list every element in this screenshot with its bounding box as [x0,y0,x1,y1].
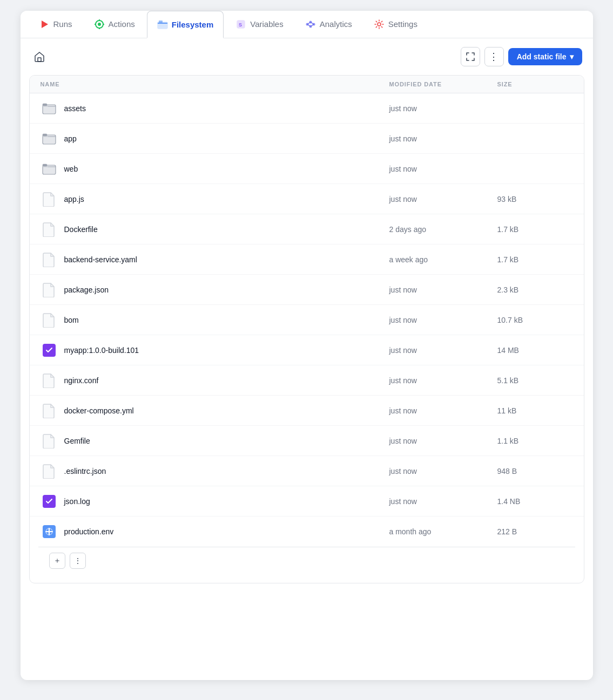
tab-filesystem-label: Filesystem [172,20,214,29]
table-header: NAME MODIFIED DATE SIZE [30,76,584,93]
home-icon [33,51,45,63]
modified-date: just now [389,376,497,385]
file-name-cell: nginx.conf [41,372,389,389]
top-nav: Runs Actions [21,11,593,38]
svg-rect-20 [38,58,41,62]
file-name-cell: docker-compose.yml [41,402,389,419]
table-row[interactable]: production.env a month ago 212 B [30,516,584,547]
file-name-cell: myapp:1.0.0-build.101 [41,342,389,359]
table-row[interactable]: app.js just now 93 kB [30,184,584,214]
tab-settings[interactable]: Settings [364,11,427,38]
bottom-more-icon: ⋮ [74,556,82,565]
file-name: myapp:1.0.0-build.101 [64,346,139,355]
actions-icon [94,19,105,30]
table-row[interactable]: backend-service.yaml a week ago 1.7 kB [30,244,584,275]
toolbar-right: ⋮ Add static file ▾ [461,47,582,66]
more-options-icon: ⋮ [489,52,499,62]
table-row[interactable]: web just now [30,154,584,184]
toolbar: ⋮ Add static file ▾ [21,38,593,75]
file-name: Gemfile [64,437,90,445]
tab-actions[interactable]: Actions [84,11,145,38]
svg-rect-23 [43,104,47,106]
file-size: 10.7 kB [497,316,573,324]
file-icon [41,251,58,268]
modified-date: just now [389,134,497,143]
file-size: 2.3 kB [497,286,573,294]
modified-date: just now [389,104,497,113]
table-row[interactable]: assets just now [30,93,584,124]
file-size: 5.1 kB [497,376,573,385]
file-name-cell: bom [41,311,389,329]
file-name-cell: production.env [41,523,389,540]
tab-runs[interactable]: Runs [29,11,82,38]
modified-date: just now [389,286,497,294]
add-row-button[interactable]: ＋ [49,553,65,569]
file-name: Dockerfile [64,225,98,234]
tab-filesystem[interactable]: Filesystem [147,11,224,38]
toolbar-left [31,49,48,65]
file-size: 11 kB [497,406,573,415]
svg-marker-0 [42,21,48,28]
file-name: bom [64,316,79,324]
tab-variables[interactable]: S Variables [226,11,293,38]
bottom-more-button[interactable]: ⋮ [70,553,86,569]
file-size: 1.4 NB [497,497,573,506]
add-static-file-button[interactable]: Add static file ▾ [508,48,582,65]
modified-date: just now [389,195,497,203]
table-row[interactable]: .eslintrc.json just now 948 B [30,456,584,486]
svg-point-19 [378,23,381,26]
file-name-cell: web [41,160,389,178]
column-modified: MODIFIED DATE [389,81,497,87]
column-name: NAME [41,81,389,87]
table-row[interactable]: myapp:1.0.0-build.101 just now 14 MB [30,335,584,365]
fullscreen-button[interactable] [461,47,480,66]
table-row[interactable]: bom just now 10.7 kB [30,305,584,335]
analytics-icon [305,19,316,30]
tab-actions-label: Actions [109,19,135,29]
table-row[interactable]: json.log just now 1.4 NB [30,486,584,516]
svg-rect-26 [43,134,47,136]
file-name-cell: Gemfile [41,432,389,450]
table-row[interactable]: docker-compose.yml just now 11 kB [30,396,584,426]
table-row[interactable]: Dockerfile 2 days ago 1.7 kB [30,214,584,244]
table-row[interactable]: app just now [30,124,584,154]
file-name: web [64,165,78,173]
file-icon [41,402,58,419]
file-name-cell: json.log [41,493,389,510]
file-name-cell: assets [41,100,389,117]
tab-analytics-label: Analytics [320,19,352,29]
modified-date: 2 days ago [389,225,497,234]
filesystem-icon [157,19,168,30]
file-icon [41,342,58,359]
file-name: json.log [64,497,90,506]
file-size: 1.7 kB [497,255,573,264]
runs-icon [39,19,50,30]
file-name: assets [64,104,86,113]
column-size: SIZE [497,81,573,87]
file-icon [41,130,58,147]
table-row[interactable]: nginx.conf just now 5.1 kB [30,365,584,396]
tab-analytics[interactable]: Analytics [295,11,362,38]
file-name: app [64,134,77,143]
svg-rect-8 [159,21,163,23]
svg-text:S: S [239,22,242,28]
app-container: Runs Actions [21,11,593,680]
file-icon [41,523,58,540]
add-static-file-chevron: ▾ [570,52,574,61]
table-row[interactable]: package.json just now 2.3 kB [30,275,584,305]
file-size: 93 kB [497,195,573,203]
file-name-cell: backend-service.yaml [41,251,389,268]
table-row[interactable]: Gemfile just now 1.1 kB [30,426,584,456]
home-button[interactable] [31,49,48,65]
file-name-cell: package.json [41,281,389,298]
modified-date: just now [389,165,497,173]
tab-runs-label: Runs [53,19,72,29]
file-size: 14 MB [497,346,573,355]
file-size: 212 B [497,527,573,536]
file-icon [41,221,58,238]
file-name-cell: .eslintrc.json [41,463,389,480]
svg-rect-29 [43,164,47,166]
file-name: nginx.conf [64,376,99,385]
more-options-button[interactable]: ⋮ [484,47,504,66]
settings-icon [374,19,385,30]
